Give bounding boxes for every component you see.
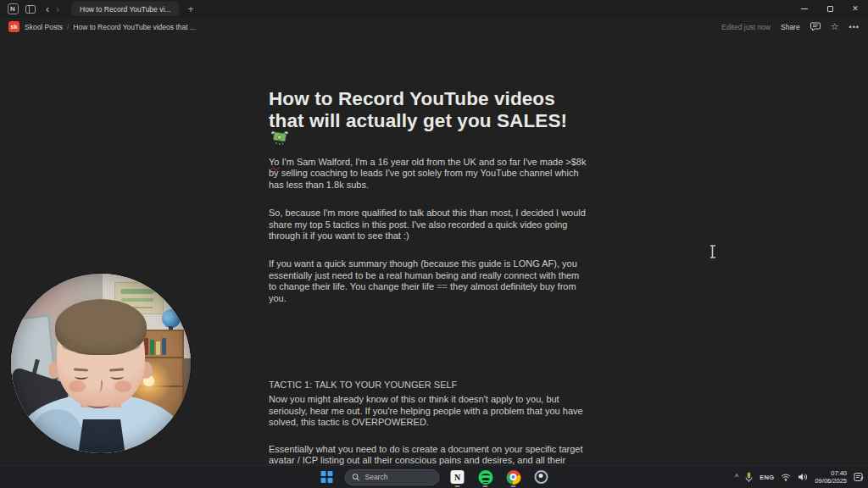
edited-status: Edited just now xyxy=(721,23,771,31)
page-title[interactable]: How to Record YouTube videos that will a… xyxy=(269,88,587,147)
system-tray: ^ ENG 07:40 09/06/2025 xyxy=(735,466,864,488)
window-controls: ✕ xyxy=(792,0,868,18)
spotify-icon xyxy=(478,470,492,485)
comments-icon[interactable] xyxy=(810,22,821,31)
running-indicator xyxy=(511,485,516,487)
notification-center-icon[interactable] xyxy=(854,472,864,482)
close-button[interactable]: ✕ xyxy=(843,0,868,18)
chrome-icon xyxy=(506,470,520,485)
running-indicator xyxy=(483,485,488,487)
taskbar-app-chrome[interactable] xyxy=(504,467,524,487)
tab-title: How to Record YouTube vi... xyxy=(80,5,170,14)
desktop: { "titlebar": { "app_icon_letter": "N", … xyxy=(0,0,868,488)
forward-icon[interactable]: › xyxy=(53,4,63,14)
tray-overflow-chevron-icon[interactable]: ^ xyxy=(735,473,738,481)
text-cursor-ibeam xyxy=(709,245,717,258)
breadcrumb-separator: / xyxy=(67,23,69,31)
wifi-icon[interactable] xyxy=(781,474,791,481)
paragraph-intro[interactable]: Yo I'm Sam Walford, I'm a 16 year old fr… xyxy=(269,157,587,191)
taskbar-app-spotify[interactable] xyxy=(476,467,496,487)
taskbar-app-obs[interactable] xyxy=(531,467,552,487)
back-icon[interactable]: ‹ xyxy=(42,4,53,14)
taskbar-search[interactable]: Search xyxy=(345,469,440,485)
notion-app-icon[interactable]: N xyxy=(7,3,19,15)
running-indicator xyxy=(455,485,460,487)
clock[interactable]: 07:40 09/06/2025 xyxy=(815,469,847,485)
tray-date: 09/06/2025 xyxy=(815,477,847,485)
breadcrumb-workspace[interactable]: Skool Posts xyxy=(25,23,63,31)
new-tab-icon[interactable]: + xyxy=(187,3,193,15)
restore-icon xyxy=(827,6,833,12)
taskbar-app-notion[interactable]: N xyxy=(448,467,468,487)
microphone-icon[interactable] xyxy=(745,472,753,483)
notion-topbar: sk Skool Posts / How to Record YouTube v… xyxy=(0,18,868,36)
workspace-logo[interactable]: sk xyxy=(8,21,19,32)
tactic1-heading[interactable]: TACTIC 1: TALK TO YOUR YOUNGER SELF xyxy=(269,380,587,391)
minimize-icon xyxy=(801,8,808,9)
sidebar-toggle-icon[interactable] xyxy=(25,3,36,15)
more-options-icon[interactable]: ••• xyxy=(849,23,860,31)
share-button[interactable]: Share xyxy=(781,23,800,31)
language-indicator[interactable]: ENG xyxy=(760,474,774,481)
minimize-button[interactable] xyxy=(792,0,817,18)
tray-time: 07:40 xyxy=(815,469,847,477)
document-column: How to Record YouTube videos that will a… xyxy=(269,36,587,488)
search-placeholder: Search xyxy=(365,473,388,481)
restore-button[interactable] xyxy=(817,0,843,18)
volume-icon[interactable] xyxy=(798,473,808,481)
money-with-wings-emoji xyxy=(270,130,289,146)
misspelled-word: Yo xyxy=(269,157,279,167)
paragraph-summary[interactable]: If you want a quick summary though (beca… xyxy=(269,258,587,304)
webcam-overlay xyxy=(11,274,191,453)
start-button[interactable] xyxy=(317,467,337,487)
window-titlebar: N ‹ › How to Record YouTube vi... + ✕ xyxy=(0,0,868,18)
windows-logo-icon xyxy=(321,471,333,483)
notion-icon: N xyxy=(451,470,465,484)
windows-taskbar: Search N ^ ENG xyxy=(0,465,868,488)
paragraph-qualified[interactable]: So, because I'm more qualified to talk a… xyxy=(269,208,587,241)
tactic1-paragraph-1[interactable]: Now you might already know of this or th… xyxy=(269,394,587,428)
search-icon xyxy=(353,474,360,481)
obs-icon xyxy=(535,470,548,484)
taskbar-center-group: Search N xyxy=(317,466,552,488)
favorite-star-icon[interactable]: ☆ xyxy=(831,22,839,31)
breadcrumb-page[interactable]: How to Record YouTube videos that ... xyxy=(73,23,196,31)
equals-operator: == xyxy=(437,281,448,291)
browser-tab[interactable]: How to Record YouTube vi... xyxy=(71,2,179,16)
webcam-vignette xyxy=(11,274,191,453)
